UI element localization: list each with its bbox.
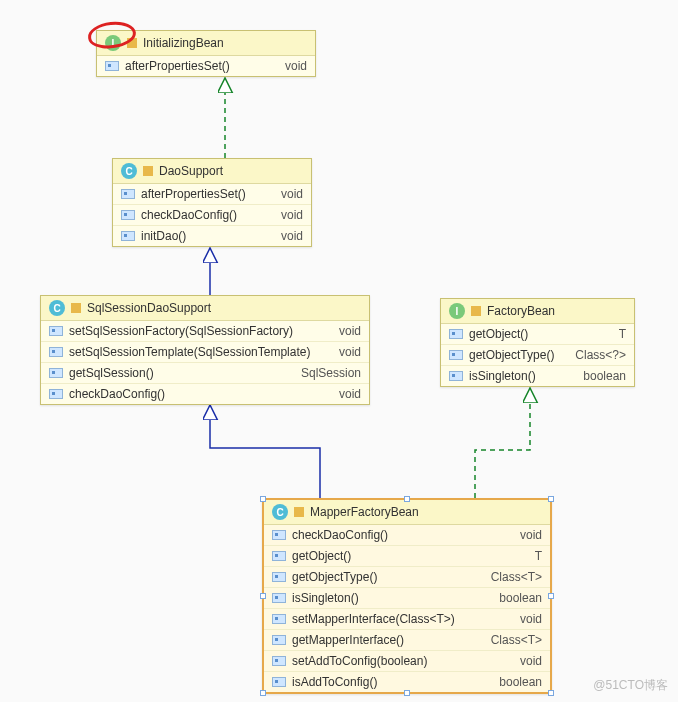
method-icon (272, 635, 286, 645)
method-icon (272, 656, 286, 666)
method-row[interactable]: getObject()T (441, 324, 634, 344)
method-row[interactable]: afterPropertiesSet()void (113, 184, 311, 204)
method-row[interactable]: getObjectType()Class<?> (441, 344, 634, 365)
method-return: boolean (487, 675, 542, 689)
class-body: setSqlSessionFactory(SqlSessionFactory)v… (41, 321, 369, 404)
package-icon (127, 38, 137, 48)
method-row[interactable]: getObjectType()Class<T> (264, 566, 550, 587)
method-row[interactable]: checkDaoConfig()void (264, 525, 550, 545)
method-return: boolean (571, 369, 626, 383)
interface-badge-icon: I (449, 303, 465, 319)
method-return: T (523, 549, 542, 563)
method-return: void (327, 387, 361, 401)
method-icon (49, 326, 63, 336)
method-signature: getObject() (292, 549, 517, 563)
method-row[interactable]: checkDaoConfig()void (113, 204, 311, 225)
method-icon (272, 551, 286, 561)
method-row[interactable]: setAddToConfig(boolean)void (264, 650, 550, 671)
method-signature: checkDaoConfig() (141, 208, 263, 222)
class-header: C DaoSupport (113, 159, 311, 184)
method-row[interactable]: getObject()T (264, 545, 550, 566)
method-return: void (327, 324, 361, 338)
method-icon (449, 329, 463, 339)
selection-handle-icon[interactable] (548, 496, 554, 502)
class-title: MapperFactoryBean (310, 505, 542, 519)
method-return: void (273, 59, 307, 73)
class-box-factorybean[interactable]: I FactoryBean getObject()T getObjectType… (440, 298, 635, 387)
method-return: boolean (487, 591, 542, 605)
selection-handle-icon[interactable] (260, 496, 266, 502)
method-signature: setSqlSessionFactory(SqlSessionFactory) (69, 324, 321, 338)
method-row[interactable]: afterPropertiesSet() void (97, 56, 315, 76)
class-badge-icon: C (272, 504, 288, 520)
class-body: afterPropertiesSet() void (97, 56, 315, 76)
class-box-initializingbean[interactable]: I InitializingBean afterPropertiesSet() … (96, 30, 316, 77)
method-signature: checkDaoConfig() (69, 387, 321, 401)
selection-handle-icon[interactable] (260, 690, 266, 696)
package-icon (471, 306, 481, 316)
package-icon (71, 303, 81, 313)
method-return: void (508, 654, 542, 668)
watermark-text: @51CTO博客 (593, 677, 668, 694)
class-body: afterPropertiesSet()void checkDaoConfig(… (113, 184, 311, 246)
method-signature: afterPropertiesSet() (141, 187, 263, 201)
class-box-mapperfactorybean[interactable]: C MapperFactoryBean checkDaoConfig()void… (262, 498, 552, 694)
method-signature: isAddToConfig() (292, 675, 481, 689)
selection-handle-icon[interactable] (548, 690, 554, 696)
method-signature: initDao() (141, 229, 263, 243)
class-header: C MapperFactoryBean (264, 500, 550, 525)
method-icon (105, 61, 119, 71)
class-title: InitializingBean (143, 36, 307, 50)
method-signature: isSingleton() (469, 369, 565, 383)
class-title: DaoSupport (159, 164, 303, 178)
method-icon (49, 368, 63, 378)
method-row[interactable]: getSqlSession()SqlSession (41, 362, 369, 383)
method-row[interactable]: setSqlSessionTemplate(SqlSessionTemplate… (41, 341, 369, 362)
method-icon (121, 231, 135, 241)
method-return: void (269, 187, 303, 201)
method-row[interactable]: isAddToConfig()boolean (264, 671, 550, 692)
method-return: Class<?> (563, 348, 626, 362)
class-header: I FactoryBean (441, 299, 634, 324)
method-signature: setAddToConfig(boolean) (292, 654, 502, 668)
class-box-sqlsessiondaosupport[interactable]: C SqlSessionDaoSupport setSqlSessionFact… (40, 295, 370, 405)
method-icon (272, 677, 286, 687)
method-return: void (269, 208, 303, 222)
method-signature: getObjectType() (292, 570, 473, 584)
class-body: checkDaoConfig()void getObject()T getObj… (264, 525, 550, 692)
selection-handle-icon[interactable] (404, 690, 410, 696)
selection-handle-icon[interactable] (548, 593, 554, 599)
class-box-daosupport[interactable]: C DaoSupport afterPropertiesSet()void ch… (112, 158, 312, 247)
method-row[interactable]: setSqlSessionFactory(SqlSessionFactory)v… (41, 321, 369, 341)
class-title: SqlSessionDaoSupport (87, 301, 361, 315)
selection-handle-icon[interactable] (260, 593, 266, 599)
method-icon (272, 614, 286, 624)
method-row[interactable]: isSingleton()boolean (441, 365, 634, 386)
method-signature: checkDaoConfig() (292, 528, 502, 542)
class-header: C SqlSessionDaoSupport (41, 296, 369, 321)
method-return: void (508, 612, 542, 626)
method-row[interactable]: initDao()void (113, 225, 311, 246)
method-return: Class<T> (479, 570, 542, 584)
class-badge-icon: C (121, 163, 137, 179)
method-row[interactable]: getMapperInterface()Class<T> (264, 629, 550, 650)
method-icon (272, 530, 286, 540)
method-return: void (269, 229, 303, 243)
method-signature: getObjectType() (469, 348, 557, 362)
method-signature: isSingleton() (292, 591, 481, 605)
method-icon (272, 593, 286, 603)
method-row[interactable]: setMapperInterface(Class<T>)void (264, 608, 550, 629)
method-return: void (508, 528, 542, 542)
method-icon (121, 210, 135, 220)
class-header: I InitializingBean (97, 31, 315, 56)
method-icon (449, 350, 463, 360)
class-badge-icon: C (49, 300, 65, 316)
method-row[interactable]: isSingleton()boolean (264, 587, 550, 608)
package-icon (294, 507, 304, 517)
method-signature: getSqlSession() (69, 366, 283, 380)
method-icon (49, 347, 63, 357)
method-signature: afterPropertiesSet() (125, 59, 267, 73)
method-row[interactable]: checkDaoConfig()void (41, 383, 369, 404)
method-icon (49, 389, 63, 399)
selection-handle-icon[interactable] (404, 496, 410, 502)
